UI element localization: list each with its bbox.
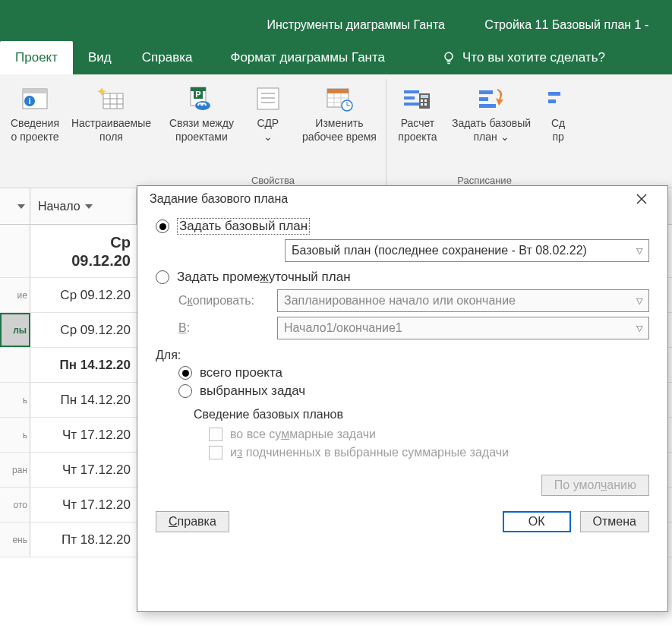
ribbon: i Сведенияо проекте Настраиваемыеполя P … xyxy=(0,74,672,188)
chevron-down-icon: ▽ xyxy=(636,296,642,306)
baseline-combo-value: Базовый план (последнее сохранение - Вт … xyxy=(292,244,587,257)
title-bar: Инструменты диаграммы Ганта Стройка 11 Б… xyxy=(0,0,672,38)
svg-rect-35 xyxy=(421,103,423,106)
ribbon-calculate[interactable]: Расчетпроекта xyxy=(391,79,444,172)
tab-help[interactable]: Справка xyxy=(127,41,208,74)
cell-start-date[interactable]: Ср 09.12.20 xyxy=(30,323,137,338)
chevron-down-icon: ▽ xyxy=(636,324,642,333)
radio-for-selected[interactable] xyxy=(178,384,192,398)
column-start[interactable]: Начало xyxy=(30,188,137,224)
radio-for-selected-label: выбранных задач xyxy=(200,384,305,399)
baseline-icon xyxy=(476,84,506,114)
dropdown-icon xyxy=(85,204,93,209)
svg-rect-15 xyxy=(257,88,279,109)
row-stub: ие xyxy=(0,278,30,312)
project-link-icon: P xyxy=(186,84,216,114)
svg-rect-32 xyxy=(421,95,428,98)
ribbon-links[interactable]: P Связи междупроектами xyxy=(165,79,238,172)
radio-set-interim-label: Задать промежуточный план xyxy=(177,270,351,285)
sparkle-table-icon xyxy=(96,84,126,114)
svg-rect-38 xyxy=(479,97,488,101)
tell-me-label: Что вы хотите сделать? xyxy=(462,50,605,65)
ribbon-move-project[interactable]: Сдпр xyxy=(538,79,578,172)
ribbon-wbs[interactable]: СДР⌄ xyxy=(241,79,295,172)
row-stub: ото xyxy=(0,488,30,522)
cancel-button[interactable]: Отмена xyxy=(580,511,649,532)
svg-rect-33 xyxy=(421,99,423,102)
close-icon xyxy=(636,193,648,205)
cell-start-date[interactable]: Ср09.12.20 xyxy=(30,233,137,270)
svg-rect-28 xyxy=(404,90,419,93)
svg-rect-20 xyxy=(327,89,349,93)
cell-start-date[interactable]: Чт 17.12.20 xyxy=(30,497,137,513)
grid-corner[interactable] xyxy=(0,188,30,224)
svg-rect-41 xyxy=(548,99,556,103)
lightbulb-icon xyxy=(441,50,456,65)
calculator-icon xyxy=(402,84,433,114)
copy-label: Скопировать: xyxy=(178,294,270,308)
ribbon-custom-fields[interactable]: Настраиваемыеполя xyxy=(67,79,156,172)
into-combo-value: Начало1/окончание1 xyxy=(284,321,402,335)
baseline-combo[interactable]: Базовый план (последнее сохранение - Вт … xyxy=(285,239,649,262)
svg-text:P: P xyxy=(196,90,201,99)
wbs-icon xyxy=(253,84,283,114)
context-tab-title: Инструменты диаграммы Ганта xyxy=(251,18,462,38)
ribbon-change-working-time[interactable]: Изменитьрабочее время xyxy=(298,79,381,172)
svg-rect-34 xyxy=(424,99,427,102)
row-stub: ень xyxy=(0,522,30,557)
copy-combo-value: Запланированное начало или окончание xyxy=(284,294,516,308)
row-stub: лы xyxy=(0,313,30,347)
radio-set-baseline-label: Задать базовый план xyxy=(177,218,310,235)
cell-start-date[interactable]: Чт 17.12.20 xyxy=(30,462,137,478)
row-stub: ь xyxy=(0,383,30,417)
calendar-clock-icon xyxy=(324,84,355,114)
move-icon xyxy=(543,84,573,114)
cell-start-date[interactable]: Пт 18.12.20 xyxy=(30,532,137,548)
window-filename: Стройка 11 Базовый план 1 - xyxy=(462,18,673,38)
tab-view[interactable]: Вид xyxy=(73,41,127,74)
radio-for-all-label: всего проекта xyxy=(200,365,282,380)
row-stub: ь xyxy=(0,418,30,452)
checkbox-rollup-all-summary xyxy=(209,428,222,441)
radio-set-baseline[interactable] xyxy=(156,219,169,233)
close-button[interactable] xyxy=(636,193,658,205)
help-button[interactable]: Справка xyxy=(156,511,229,532)
chevron-down-icon: ▽ xyxy=(636,246,642,256)
copy-combo: Запланированное начало или окончание ▽ xyxy=(277,289,649,312)
svg-rect-36 xyxy=(424,103,427,106)
radio-for-all[interactable] xyxy=(178,366,192,380)
into-label: В: xyxy=(178,321,270,335)
radio-set-interim[interactable] xyxy=(156,270,169,284)
svg-rect-39 xyxy=(479,104,496,108)
svg-rect-5 xyxy=(103,93,123,109)
svg-point-0 xyxy=(445,52,453,60)
ok-button[interactable]: ОК xyxy=(503,511,571,532)
ribbon-project-info[interactable]: i Сведенияо проекте xyxy=(6,79,64,172)
tab-format[interactable]: Формат диаграммы Ганта xyxy=(215,41,400,74)
svg-rect-37 xyxy=(479,90,493,94)
svg-rect-2 xyxy=(23,89,47,93)
row-stub: ран xyxy=(0,453,30,487)
ribbon-tabs: Проект Вид Справка Формат диаграммы Гант… xyxy=(0,38,672,74)
set-baseline-dialog: Задание базового плана Задать базовый пл… xyxy=(137,185,668,612)
checkbox-rollup-all-summary-label: во все суммарные задачи xyxy=(230,428,376,441)
checkbox-rollup-from-sub-label: из подчиненных в выбранные суммарные зад… xyxy=(230,446,509,459)
info-icon: i xyxy=(20,84,50,114)
svg-rect-40 xyxy=(548,92,560,96)
ribbon-set-baseline[interactable]: Задать базовыйплан ⌄ xyxy=(447,79,535,172)
dialog-title: Задание базового плана xyxy=(150,192,288,206)
cell-start-date[interactable]: Чт 17.12.20 xyxy=(30,428,137,443)
row-stub xyxy=(0,225,30,277)
set-default-button: По умолчанию xyxy=(541,475,649,496)
tab-project[interactable]: Проект xyxy=(0,41,73,74)
rollup-title: Сведение базовых планов xyxy=(194,408,649,421)
dropdown-icon xyxy=(17,204,25,209)
cell-start-date[interactable]: Ср 09.12.20 xyxy=(30,288,137,303)
cell-start-date[interactable]: Пн 14.12.20 xyxy=(30,358,137,373)
svg-text:i: i xyxy=(28,96,30,106)
tell-me-search[interactable]: Что вы хотите сделать? xyxy=(431,41,616,74)
checkbox-rollup-from-sub xyxy=(209,446,222,459)
row-stub xyxy=(0,348,30,382)
column-start-label: Начало xyxy=(38,200,80,213)
cell-start-date[interactable]: Пн 14.12.20 xyxy=(30,393,137,408)
